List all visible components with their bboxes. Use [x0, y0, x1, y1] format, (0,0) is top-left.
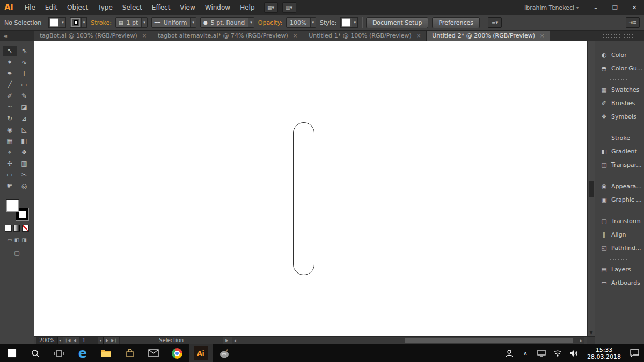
color-button[interactable]: [5, 225, 12, 232]
panel-button-transform[interactable]: ▢Transform: [595, 215, 644, 228]
next-artboard-icon[interactable]: ▶: [106, 338, 109, 343]
none-button[interactable]: [22, 225, 29, 232]
pen-tool[interactable]: ✒: [3, 68, 17, 79]
panel-button-swatches[interactable]: ▦Swatches: [595, 83, 644, 97]
network-button[interactable]: [535, 344, 548, 362]
scroll-right-icon[interactable]: ▶: [579, 337, 584, 344]
task-view-button[interactable]: [47, 344, 71, 362]
menu-help[interactable]: Help: [235, 4, 259, 11]
volume-button[interactable]: [567, 344, 580, 362]
panel-button-align[interactable]: ∥Align: [595, 228, 644, 241]
lasso-tool[interactable]: ∿: [17, 57, 31, 68]
menu-file[interactable]: File: [20, 4, 40, 11]
stroke-width-select[interactable]: ▤1 pt▾: [115, 17, 148, 28]
shape-builder-tool[interactable]: ◉: [3, 124, 17, 135]
menu-effect[interactable]: Effect: [147, 4, 175, 11]
hand-tool[interactable]: ☛: [3, 181, 17, 191]
artboard-tool[interactable]: ▭: [3, 169, 17, 180]
rounded-rectangle-shape[interactable]: [293, 122, 314, 275]
rotate-tool[interactable]: ↻: [3, 113, 17, 124]
start-button[interactable]: [0, 344, 24, 362]
symbol-sprayer-tool[interactable]: ✢: [3, 158, 17, 169]
people-button[interactable]: [503, 344, 516, 362]
close-icon[interactable]: ×: [142, 33, 147, 39]
mesh-tool[interactable]: ▦: [3, 136, 17, 146]
document-tab-untitled-1[interactable]: Untitled-1* @ 100% (RGB/Preview)×: [303, 31, 427, 41]
edge-button[interactable]: e: [71, 344, 94, 362]
scale-tool[interactable]: ⊿: [17, 113, 31, 124]
panel-button-color-gu[interactable]: ◓Color Gu...: [595, 62, 644, 75]
search-button[interactable]: [24, 344, 47, 362]
horizontal-scrollbar[interactable]: ◀ ▶: [232, 337, 584, 344]
collapse-tools-icon[interactable]: ◂◂: [0, 31, 34, 41]
restore-button[interactable]: ❐: [605, 0, 625, 15]
first-artboard-icon[interactable]: ∣◀: [65, 338, 71, 343]
action-center-button[interactable]: [628, 344, 641, 362]
magic-wand-tool[interactable]: ✶: [3, 57, 17, 68]
wifi-button[interactable]: [551, 344, 564, 362]
panel-button-stroke[interactable]: ≡Stroke: [595, 131, 644, 145]
mail-button[interactable]: [142, 344, 165, 362]
status-flyout-icon[interactable]: ▶: [225, 338, 228, 343]
workspace-icon[interactable]: ▥▾: [282, 2, 296, 13]
brush-definition-select[interactable]: ●5 pt. Round▾: [200, 17, 254, 28]
panel-button-brushes[interactable]: ✐Brushes: [595, 97, 644, 110]
menu-type[interactable]: Type: [93, 4, 118, 11]
screen-mode-icon[interactable]: ▢: [14, 249, 19, 256]
panel-button-symbols[interactable]: ❖Symbols: [595, 110, 644, 123]
document-setup-button[interactable]: Document Setup: [366, 17, 429, 28]
close-button[interactable]: ✕: [625, 0, 644, 15]
document-tab-untitled-2[interactable]: Untitled-2* @ 200% (RGB/Preview)×: [427, 31, 550, 41]
preferences-button[interactable]: Preferences: [432, 17, 480, 28]
minimize-button[interactable]: –: [586, 0, 605, 15]
store-button[interactable]: [118, 344, 142, 362]
selection-tool[interactable]: ↖: [3, 46, 17, 56]
panel-button-graphic[interactable]: ▣Graphic ...: [595, 193, 644, 206]
draw-normal-icon[interactable]: ▭: [7, 237, 12, 243]
menu-window[interactable]: Window: [200, 4, 235, 11]
vertical-scrollbar[interactable]: ▼: [587, 41, 595, 336]
menu-view[interactable]: View: [175, 4, 200, 11]
draw-behind-icon[interactable]: ◧: [14, 237, 19, 243]
scroll-down-icon[interactable]: ▼: [588, 329, 595, 336]
perspective-grid-tool[interactable]: ◺: [17, 124, 31, 135]
illustrator-button[interactable]: Ai: [189, 344, 213, 362]
fill-color-picker[interactable]: ▾: [48, 17, 66, 28]
width-profile-select[interactable]: ━━Uniform▾: [151, 17, 196, 28]
eyedropper-tool[interactable]: ⌖: [3, 147, 17, 158]
draw-inside-icon[interactable]: ◨: [21, 237, 26, 243]
panel-button-layers[interactable]: ▤Layers: [595, 263, 644, 276]
width-tool[interactable]: ≃: [3, 102, 17, 113]
vertical-scroll-thumb[interactable]: [589, 181, 594, 197]
zoom-tool[interactable]: ◎: [17, 181, 31, 191]
panel-menu-icon[interactable]: ⇥≡: [626, 17, 640, 28]
panel-button-appeara[interactable]: ◉Appeara...: [595, 180, 644, 193]
fill-stroke-indicator[interactable]: [6, 199, 28, 220]
status-display[interactable]: Selection: [119, 337, 223, 344]
close-icon[interactable]: ×: [293, 33, 297, 39]
artboard-select[interactable]: 1▾: [79, 337, 104, 344]
canvas[interactable]: ▼: [34, 41, 595, 336]
menu-select[interactable]: Select: [118, 4, 147, 11]
scroll-left-icon[interactable]: ◀: [232, 337, 238, 344]
rectangle-tool[interactable]: ▭: [17, 79, 31, 90]
panel-dock-gripper[interactable]: [595, 31, 644, 41]
gradient-tool[interactable]: ◧: [17, 136, 31, 146]
stroke-panel-link[interactable]: Stroke:: [91, 19, 112, 26]
panel-button-pathfind[interactable]: ◱Pathfind...: [595, 241, 644, 255]
arrange-documents-icon[interactable]: ▦▾: [264, 2, 278, 13]
panel-button-gradient[interactable]: ◧Gradient: [595, 145, 644, 158]
align-options-icon[interactable]: ≣▾: [488, 17, 502, 28]
file-explorer-button[interactable]: [94, 344, 118, 362]
gimp-button[interactable]: [213, 344, 236, 362]
line-segment-tool[interactable]: ╱: [3, 79, 17, 90]
direct-selection-tool[interactable]: ⇖: [17, 46, 31, 56]
blend-tool[interactable]: ❖: [17, 147, 31, 158]
eraser-tool[interactable]: ◪: [17, 102, 31, 113]
document-tab-tagbot-ai[interactable]: tagBot.ai @ 103% (RGB/Preview)×: [34, 31, 152, 41]
close-icon[interactable]: ×: [540, 33, 544, 39]
zoom-select[interactable]: 200%▾: [36, 337, 63, 344]
close-icon[interactable]: ×: [416, 33, 421, 39]
last-artboard-icon[interactable]: ▶∣: [111, 338, 117, 343]
style-picker[interactable]: ▾: [340, 17, 358, 28]
